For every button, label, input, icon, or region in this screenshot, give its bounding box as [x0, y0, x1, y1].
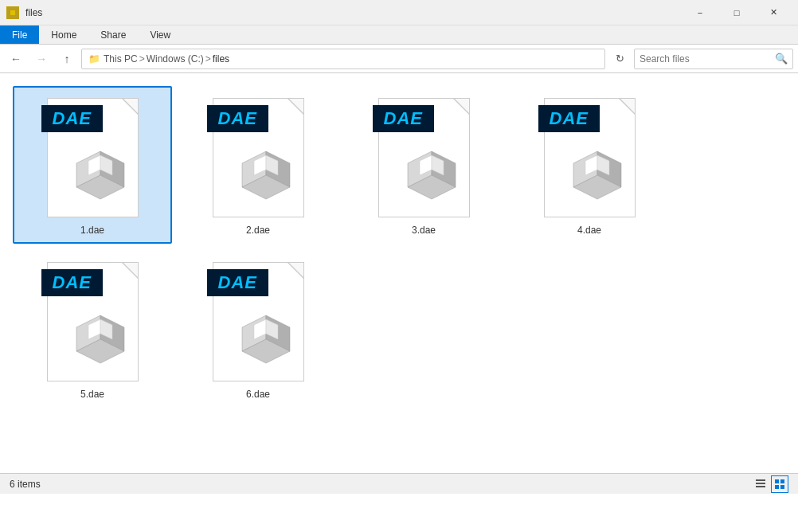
file-item[interactable]: DAE 3.dae — [344, 86, 503, 244]
svg-rect-1 — [10, 10, 15, 15]
content-area: DAE 1.dae — [0, 73, 798, 473]
view-controls — [752, 475, 788, 493]
file-item[interactable]: DAE 5.dae — [13, 250, 172, 408]
dae-badge: DAE — [41, 269, 103, 296]
search-icon[interactable]: 🔍 — [775, 53, 788, 65]
file-label: 4.dae — [577, 225, 601, 236]
refresh-button[interactable]: ↻ — [608, 48, 631, 70]
grid-view-button[interactable] — [771, 475, 788, 493]
item-count: 6 items — [10, 479, 41, 490]
file-icon: DAE — [41, 94, 144, 221]
window-title: files — [25, 7, 675, 18]
cube-svg — [226, 307, 298, 379]
search-box[interactable]: 🔍 — [634, 49, 793, 69]
svg-rect-37 — [775, 485, 779, 489]
address-bar: ← → ↑ 📁 This PC > Windows (C:) > files ↻… — [0, 45, 798, 73]
cube-container — [61, 307, 124, 371]
svg-rect-35 — [775, 479, 779, 483]
svg-rect-38 — [780, 485, 784, 489]
file-item[interactable]: DAE 4.dae — [510, 86, 669, 244]
dae-badge: DAE — [207, 105, 268, 132]
file-icon: DAE — [206, 94, 310, 221]
cube-svg — [226, 143, 298, 215]
path-drive: Windows (C:) — [147, 53, 204, 65]
doc-paper: DAE — [213, 98, 304, 217]
window-controls: − □ ✕ — [682, 0, 792, 25]
status-bar: 6 items — [0, 473, 798, 494]
file-icon: DAE — [538, 94, 641, 221]
file-label: 5.dae — [80, 389, 104, 400]
cube-container — [226, 307, 290, 371]
tab-file[interactable]: File — [0, 25, 39, 44]
path-icon: 📁 — [88, 53, 100, 65]
cube-container — [226, 143, 290, 207]
ribbon-tabs: File Home Share View — [0, 25, 798, 45]
title-bar-icons — [6, 6, 19, 19]
file-label: 1.dae — [80, 225, 104, 236]
svg-rect-32 — [756, 479, 765, 481]
svg-rect-36 — [780, 479, 784, 483]
search-input[interactable] — [640, 53, 772, 65]
address-box[interactable]: 📁 This PC > Windows (C:) > files — [81, 49, 605, 69]
dae-badge: DAE — [373, 105, 434, 132]
file-item[interactable]: DAE 2.dae — [178, 86, 338, 244]
maximize-button[interactable]: □ — [718, 0, 755, 25]
path-thispc: This PC — [104, 53, 138, 65]
cube-svg — [61, 307, 132, 379]
cube-svg — [557, 143, 629, 215]
file-label: 6.dae — [246, 389, 270, 400]
doc-paper: DAE — [213, 262, 304, 381]
dae-badge: DAE — [41, 105, 103, 132]
file-item[interactable]: DAE 6.dae — [178, 250, 338, 408]
close-button[interactable]: ✕ — [755, 0, 792, 25]
doc-paper: DAE — [47, 262, 139, 381]
file-icon: DAE — [372, 94, 475, 221]
tab-share[interactable]: Share — [88, 25, 138, 44]
list-view-button[interactable] — [752, 475, 769, 493]
back-button[interactable]: ← — [5, 48, 27, 70]
dae-badge: DAE — [538, 105, 600, 132]
up-button[interactable]: ↑ — [56, 48, 78, 70]
svg-rect-33 — [756, 483, 765, 484]
doc-paper: DAE — [378, 98, 470, 217]
file-icon: DAE — [206, 258, 310, 385]
forward-button[interactable]: → — [30, 48, 53, 70]
path-current: files — [213, 53, 229, 65]
doc-paper: DAE — [544, 98, 636, 217]
file-icon: DAE — [41, 258, 144, 385]
app-icon — [6, 6, 19, 19]
tab-home[interactable]: Home — [39, 25, 88, 44]
file-item[interactable]: DAE 1.dae — [13, 86, 172, 244]
file-label: 3.dae — [412, 225, 436, 236]
dae-badge: DAE — [207, 269, 268, 296]
doc-paper: DAE — [47, 98, 139, 217]
svg-rect-34 — [756, 486, 765, 487]
title-bar: files − □ ✕ — [0, 0, 798, 25]
minimize-button[interactable]: − — [682, 0, 718, 25]
cube-svg — [61, 143, 132, 215]
cube-container — [557, 143, 621, 207]
file-label: 2.dae — [246, 225, 270, 236]
cube-container — [61, 143, 124, 207]
tab-view[interactable]: View — [138, 25, 182, 44]
cube-svg — [392, 143, 464, 215]
cube-container — [392, 143, 456, 207]
